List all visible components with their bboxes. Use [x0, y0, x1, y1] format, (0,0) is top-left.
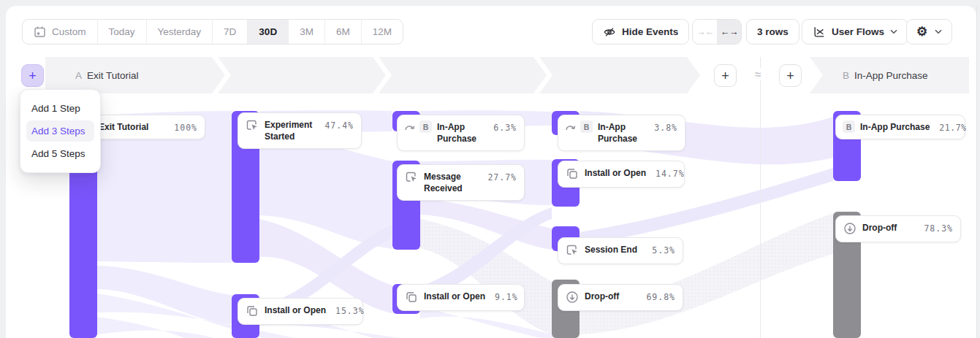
menu-item-add-3-steps[interactable]: Add 3 Steps: [26, 120, 94, 142]
date-range-7d[interactable]: 7D: [213, 20, 248, 44]
flow-node-in-app-purchase-21[interactable]: B In-App Purchase 21.7%: [835, 115, 965, 139]
flow-node-install-or-open-14[interactable]: Install or Open 14.7%: [558, 161, 685, 188]
drop-off-icon: [565, 290, 580, 304]
step-a-header[interactable]: A Exit Tutorial: [75, 69, 139, 81]
step-a-title: Exit Tutorial: [87, 70, 139, 81]
chevron-down-icon: [935, 29, 942, 34]
flow-node-in-app-purchase-6[interactable]: B In-App Purchase 6.3%: [397, 115, 525, 151]
menu-item-add-1-step[interactable]: Add 1 Step: [26, 98, 94, 119]
date-range-3m[interactable]: 3M: [289, 20, 325, 44]
calendar-icon: [34, 26, 46, 38]
settings-dropdown[interactable]: ⚙: [906, 19, 952, 45]
view-selector-dropdown[interactable]: User Flows: [802, 19, 908, 45]
date-range-label: Custom: [52, 26, 86, 37]
flow-node-install-or-open-15[interactable]: Install or Open 15.3%: [238, 298, 363, 325]
rows-label: 3 rows: [757, 26, 789, 37]
b-badge: B: [580, 120, 593, 133]
eye-off-icon: [603, 26, 616, 39]
date-range-30d[interactable]: 30D: [248, 20, 289, 44]
date-range-control: Custom Today Yesterday 7D 30D 3M 6M 12M: [22, 19, 403, 45]
cursor-click-icon: [565, 243, 580, 258]
panel-right-edge: [976, 6, 977, 338]
add-step-button-section-a-end[interactable]: +: [714, 64, 737, 87]
cursor-click-icon: [245, 118, 259, 133]
date-range-custom[interactable]: Custom: [23, 20, 98, 44]
curved-arrow-icon: [404, 122, 416, 132]
install-icon: [245, 304, 259, 318]
step-b-header[interactable]: B In-App Purchase: [843, 69, 928, 81]
add-step-menu: Add 1 Step Add 3 Steps Add 5 Steps: [20, 89, 101, 173]
date-range-12m[interactable]: 12M: [362, 20, 403, 44]
step-b-title: In-App Purchase: [854, 70, 928, 81]
date-range-today[interactable]: Today: [98, 20, 147, 44]
chevron-down-icon: [890, 29, 897, 34]
flow-node-exit-tutorial[interactable]: Exit Tutorial 100%: [91, 115, 205, 139]
gear-icon: ⚙: [916, 26, 927, 38]
rows-button[interactable]: 3 rows: [746, 19, 799, 45]
menu-item-add-5-steps[interactable]: Add 5 Steps: [26, 143, 94, 164]
flow-node-experiment-started[interactable]: Experiment Started 47.4%: [238, 112, 362, 149]
width-toggle-control: →← ←→: [692, 19, 742, 45]
step-a-badge: A: [75, 70, 82, 81]
section-break-symbol: ≈: [753, 68, 763, 80]
flow-node-message-received[interactable]: Message Received 27.7%: [397, 164, 525, 201]
user-flows-page: Custom Today Yesterday 7D 30D 3M 6M 12M …: [0, 0, 980, 338]
add-step-button-left[interactable]: +: [21, 64, 44, 87]
step-header-band: [0, 57, 980, 93]
date-range-6m[interactable]: 6M: [325, 20, 362, 44]
drop-off-icon: [843, 221, 857, 236]
expand-width-button[interactable]: ←→: [717, 20, 741, 44]
step-b-badge: B: [843, 70, 849, 81]
b-badge: B: [843, 120, 855, 133]
cursor-click-icon: [404, 170, 419, 185]
flow-node-drop-off-69[interactable]: Drop-off 69.8%: [558, 284, 683, 311]
flow-node-session-end[interactable]: Session End 5.3%: [558, 237, 683, 264]
curved-arrow-icon: [565, 122, 577, 132]
view-selector-label: User Flows: [832, 26, 884, 37]
install-icon: [565, 166, 580, 181]
add-step-button-section-b-start[interactable]: +: [779, 64, 802, 87]
date-range-yesterday[interactable]: Yesterday: [147, 20, 213, 44]
flow-node-drop-off-78[interactable]: Drop-off 78.3%: [835, 215, 961, 242]
collapse-width-button[interactable]: →←: [693, 20, 717, 44]
section-divider-line: [760, 57, 761, 338]
b-badge: B: [419, 120, 432, 133]
flow-node-in-app-purchase-3[interactable]: B In-App Purchase 3.8%: [558, 115, 685, 151]
step-band-segment: [379, 57, 547, 93]
install-icon: [404, 290, 419, 304]
hide-events-button[interactable]: Hide Events: [592, 19, 689, 45]
step-band-segment: [218, 57, 386, 93]
user-flows-icon: [813, 26, 826, 39]
step-band-segment: [539, 57, 700, 93]
flow-node-install-or-open-9[interactable]: Install or Open 9.1%: [397, 284, 525, 311]
hide-events-label: Hide Events: [622, 26, 678, 37]
